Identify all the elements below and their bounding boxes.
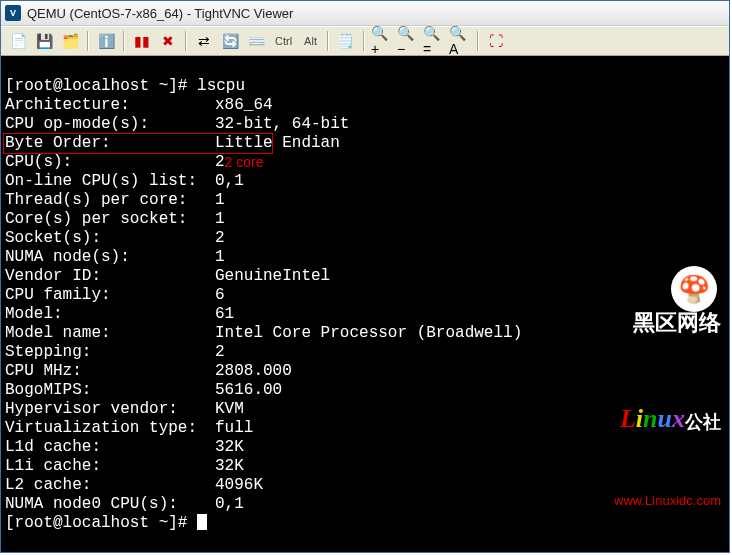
lscpu-value: 32K [215,438,244,457]
lscpu-key: Core(s) per socket: [5,210,215,229]
toolbar-separator [363,31,365,51]
lscpu-key: Socket(s): [5,229,215,248]
lscpu-row: CPU op-mode(s):32-bit, 64-bit [5,115,725,134]
lscpu-key: CPU MHz: [5,362,215,381]
lscpu-value: 4096K [215,476,263,495]
zoom-auto-icon[interactable]: 🔍A [448,29,472,53]
lscpu-value: 2 [215,343,225,362]
ctrl-key-button[interactable]: Ctrl [270,29,297,53]
lscpu-value: 2808.000 [215,362,292,381]
lscpu-key: CPU family: [5,286,215,305]
toolbar: 📄 💾 🗂️ ℹ️ ▮▮ ✖ ⇄ 🔄 ⌨️ Ctrl Alt 🗒️ 🔍+ 🔍− … [1,26,729,56]
lscpu-row: Stepping:2 [5,343,725,362]
lscpu-value: 5616.00 [215,381,282,400]
lscpu-value: 1 [215,191,225,210]
alt-key-button[interactable]: Alt [299,29,322,53]
lscpu-row: BogoMIPS:5616.00 [5,381,725,400]
close-connection-icon[interactable]: ✖ [156,29,180,53]
lscpu-row: L1d cache:32K [5,438,725,457]
lscpu-value: 32K [215,457,244,476]
lscpu-value: 2 [215,229,225,248]
lscpu-value: x86_64 [215,96,273,115]
lscpu-value: GenuineIntel [215,267,330,286]
lscpu-row: Vendor ID:GenuineIntel [5,267,725,286]
lscpu-row: Core(s) per socket:1 [5,210,725,229]
lscpu-key: Stepping: [5,343,215,362]
toolbar-separator [185,31,187,51]
lscpu-key: On-line CPU(s) list: [5,172,215,191]
lscpu-key: Model name: [5,324,215,343]
lscpu-value: 1 [215,210,225,229]
fullscreen-icon[interactable]: ⛶ [484,29,508,53]
toolbar-separator [123,31,125,51]
lscpu-key: Vendor ID: [5,267,215,286]
toolbar-separator [477,31,479,51]
new-connection-icon[interactable]: 📄 [6,29,30,53]
lscpu-row: L2 cache:4096K [5,476,725,495]
lscpu-row: Model:61 [5,305,725,324]
zoom-out-icon[interactable]: 🔍− [396,29,420,53]
lscpu-key: Hypervisor vendor: [5,400,215,419]
transfer-icon[interactable]: ⇄ [192,29,216,53]
zoom-in-icon[interactable]: 🔍+ [370,29,394,53]
titlebar[interactable]: V QEMU (CentOS-7-x86_64) - TightVNC View… [1,1,729,26]
lscpu-key: Thread(s) per core: [5,191,215,210]
lscpu-row: Virtualization type:full [5,419,725,438]
window-title: QEMU (CentOS-7-x86_64) - TightVNC Viewer [27,6,293,21]
lscpu-row: Architecture:x86_64 [5,96,725,115]
lscpu-row: CPU family:6 [5,286,725,305]
lscpu-value: 61 [215,305,234,324]
save-icon[interactable]: 💾 [32,29,56,53]
lscpu-row: NUMA node0 CPU(s):0,1 [5,495,725,514]
prompt: [root@localhost ~]# [5,77,197,96]
zoom-100-icon[interactable]: 🔍= [422,29,446,53]
lscpu-value: 6 [215,286,225,305]
info-icon[interactable]: ℹ️ [94,29,118,53]
lscpu-key: Architecture: [5,96,215,115]
lscpu-key: L1i cache: [5,457,215,476]
lscpu-key: Virtualization type: [5,419,215,438]
cursor [197,514,207,530]
lscpu-key: CPU(s): [5,153,215,172]
lscpu-key: NUMA node(s): [5,248,215,267]
lscpu-key: NUMA node0 CPU(s): [5,495,215,514]
lscpu-value: 32-bit, 64-bit [215,115,349,134]
lscpu-key: Model: [5,305,215,324]
lscpu-value: full [215,419,253,438]
lscpu-row: Byte Order:Little Endian [5,134,725,153]
pause-icon[interactable]: ▮▮ [130,29,154,53]
lscpu-row: L1i cache:32K [5,457,725,476]
terminal[interactable]: [root@localhost ~]# lscpuArchitecture:x8… [1,56,729,552]
send-keys-icon[interactable]: 🗒️ [334,29,358,53]
lscpu-key: BogoMIPS: [5,381,215,400]
lscpu-row: On-line CPU(s) list:0,1 [5,172,725,191]
cpu-annotation: 2 core [225,153,264,172]
lscpu-value: 0,1 [215,495,244,514]
lscpu-key: Byte Order: [5,134,215,153]
toolbar-separator [87,31,89,51]
vnc-window: V QEMU (CentOS-7-x86_64) - TightVNC View… [0,0,730,553]
lscpu-key: L1d cache: [5,438,215,457]
app-icon: V [5,5,21,21]
lscpu-row: Thread(s) per core:1 [5,191,725,210]
refresh-icon[interactable]: 🔄 [218,29,242,53]
lscpu-row: NUMA node(s):1 [5,248,725,267]
lscpu-value: 0,1 [215,172,244,191]
lscpu-value: KVM [215,400,244,419]
options-icon[interactable]: 🗂️ [58,29,82,53]
lscpu-key: CPU op-mode(s): [5,115,215,134]
command: lscpu [197,77,245,96]
prompt-line: [root@localhost ~]# [5,514,725,533]
lscpu-value: Intel Core Processor (Broadwell) [215,324,522,343]
lscpu-row: Hypervisor vendor:KVM [5,400,725,419]
lscpu-row: Model name:Intel Core Processor (Broadwe… [5,324,725,343]
ctrl-alt-del-icon[interactable]: ⌨️ [244,29,268,53]
lscpu-key: L2 cache: [5,476,215,495]
lscpu-value: 1 [215,248,225,267]
lscpu-value: 2 [215,153,225,172]
lscpu-row: CPU MHz:2808.000 [5,362,725,381]
lscpu-row: CPU(s):2 2 core [5,153,725,172]
prompt: [root@localhost ~]# [5,514,197,533]
prompt-line: [root@localhost ~]# lscpu [5,77,725,96]
lscpu-row: Socket(s):2 [5,229,725,248]
